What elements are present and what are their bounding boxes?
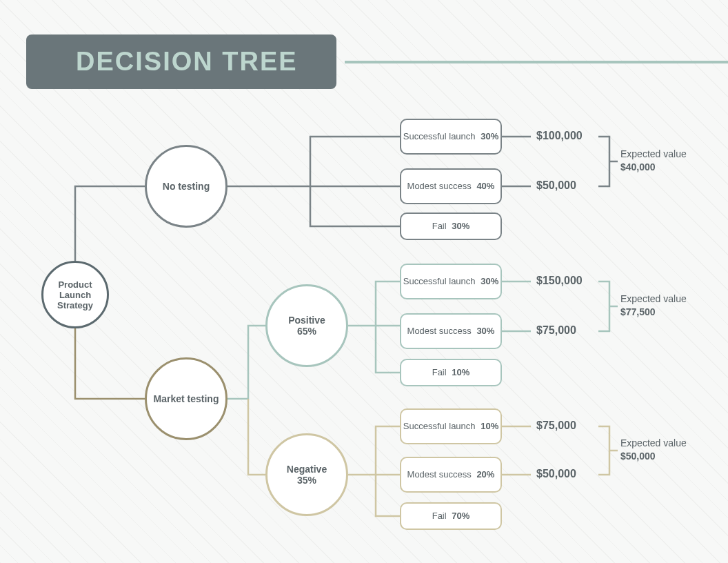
outcome-pct: 40% (476, 181, 494, 191)
outcome-pct: 30% (481, 276, 498, 286)
outcome-pct: 70% (452, 511, 469, 521)
outcome-value: $50,000 (536, 468, 576, 480)
positive-label: Positive (288, 315, 325, 326)
market-testing-node: Market testing (145, 357, 228, 440)
outcome-pill: Successful launch 10% (400, 408, 502, 444)
outcome-pill: Fail 10% (400, 359, 502, 386)
ev-amount: $77,500 (620, 306, 656, 317)
outcome-name: Fail (432, 511, 447, 521)
root-node: Product Launch Strategy (41, 261, 109, 328)
outcome-pct: 30% (476, 326, 494, 336)
expected-value: Expected value $77,500 (620, 293, 687, 319)
outcome-pill: Modest success 40% (400, 168, 502, 204)
outcome-name: Successful launch (403, 131, 476, 141)
negative-label: Negative (287, 464, 327, 475)
outcome-pct: 20% (476, 469, 494, 480)
outcome-pct: 10% (452, 367, 469, 377)
ev-label: Expected value (620, 148, 687, 159)
outcome-name: Modest success (407, 326, 472, 336)
outcome-pill: Fail 70% (400, 502, 502, 530)
outcome-value: $50,000 (536, 179, 576, 192)
expected-value: Expected value $40,000 (620, 148, 687, 174)
outcome-pill: Successful launch 30% (400, 264, 502, 299)
outcome-value: $75,000 (536, 324, 576, 337)
positive-pct: 65% (288, 326, 325, 337)
outcome-pct: 30% (452, 221, 469, 231)
outcome-pill: Modest success 20% (400, 457, 502, 493)
negative-node: Negative 35% (265, 433, 348, 516)
outcome-value: $75,000 (536, 419, 576, 432)
outcome-name: Successful launch (403, 421, 476, 431)
root-label: Product Launch Strategy (43, 279, 107, 310)
no-testing-node: No testing (145, 145, 228, 228)
outcome-value: $100,000 (536, 130, 583, 142)
outcome-name: Modest success (407, 181, 472, 191)
outcome-pill: Fail 30% (400, 213, 502, 240)
expected-value: Expected value $50,000 (620, 437, 687, 463)
outcome-name: Modest success (407, 469, 472, 480)
outcome-value: $150,000 (536, 275, 583, 287)
outcome-pill: Modest success 30% (400, 313, 502, 349)
outcome-pill: Successful launch 30% (400, 119, 502, 155)
ev-amount: $50,000 (620, 451, 656, 462)
page-title: DECISION TREE (26, 34, 336, 89)
negative-pct: 35% (287, 475, 327, 486)
no-testing-label: No testing (163, 181, 210, 192)
outcome-name: Fail (432, 367, 447, 377)
outcome-name: Fail (432, 221, 447, 231)
outcome-name: Successful launch (403, 276, 476, 286)
positive-node: Positive 65% (265, 284, 348, 367)
outcome-pct: 10% (481, 421, 498, 431)
ev-label: Expected value (620, 437, 687, 448)
outcome-pct: 30% (481, 131, 498, 141)
ev-amount: $40,000 (620, 161, 656, 172)
ev-label: Expected value (620, 293, 687, 304)
market-testing-label: Market testing (154, 393, 219, 404)
